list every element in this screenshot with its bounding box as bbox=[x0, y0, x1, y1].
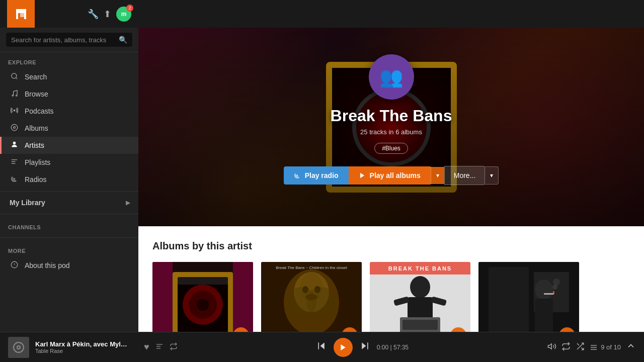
svg-marker-65 bbox=[341, 344, 345, 350]
playbar-track-title: Karl Marx à Pékin, avec Mylène Gaulard bbox=[35, 340, 131, 348]
my-library-arrow: ▶ bbox=[126, 199, 130, 206]
playlists-icon bbox=[10, 158, 19, 167]
svg-point-39 bbox=[410, 276, 430, 298]
album-thumb-2: Break The Bans ~ Children In the closet … bbox=[261, 262, 362, 332]
sidebar-item-about[interactable]: About this pod bbox=[0, 257, 138, 274]
sidebar-item-albums[interactable]: Albums bbox=[0, 120, 138, 137]
sidebar-item-playlists-label: Playlists bbox=[25, 158, 50, 166]
play-pause-button[interactable] bbox=[334, 338, 353, 357]
playbar-info: Karl Marx à Pékin, avec Mylène Gaulard T… bbox=[35, 340, 136, 354]
channels-label: Channels bbox=[0, 217, 138, 234]
sidebar-item-podcasts-label: Podcasts bbox=[25, 107, 54, 115]
play-all-dropdown-button[interactable]: ▾ bbox=[431, 167, 444, 184]
time-display: 0:00 | 57:35 bbox=[377, 344, 409, 351]
album-card-2[interactable]: Break The Bans ~ Children In the closet … bbox=[261, 262, 362, 332]
app-header-main bbox=[138, 0, 644, 28]
logo-icon bbox=[7, 0, 35, 28]
more-dropdown-button[interactable]: ▾ bbox=[485, 166, 499, 185]
playbar: Karl Marx à Pékin, avec Mylène Gaulard T… bbox=[0, 332, 644, 362]
svg-point-58 bbox=[14, 342, 24, 352]
svg-point-8 bbox=[13, 142, 16, 144]
albums-section-title: Albums by this artist bbox=[152, 240, 630, 252]
svg-rect-24 bbox=[178, 277, 228, 285]
sidebar-item-browse[interactable]: Browse bbox=[0, 85, 138, 103]
settings-button[interactable]: 🔧 bbox=[88, 9, 99, 20]
svg-line-71 bbox=[577, 343, 579, 345]
favorite-button[interactable]: ♥ bbox=[144, 342, 149, 352]
search-icon[interactable]: 🔍 bbox=[119, 36, 127, 44]
browse-icon bbox=[10, 89, 19, 99]
volume-button[interactable] bbox=[547, 342, 556, 353]
next-button[interactable] bbox=[360, 341, 370, 353]
sidebar-item-playlists[interactable]: Playlists bbox=[0, 154, 138, 171]
notification-badge: 2 bbox=[126, 5, 133, 12]
playbar-artist: Table Rase bbox=[35, 348, 136, 354]
artist-name: Break The Bans bbox=[331, 107, 452, 125]
svg-rect-53 bbox=[544, 293, 554, 295]
sidebar-item-podcasts[interactable]: Podcasts bbox=[0, 103, 138, 120]
svg-marker-63 bbox=[320, 342, 324, 349]
playbar-controls: 0:00 | 57:35 bbox=[184, 338, 542, 357]
podcasts-icon bbox=[10, 107, 19, 116]
sidebar-search-area: 🔍 bbox=[0, 28, 138, 52]
svg-point-59 bbox=[17, 346, 20, 349]
genre-tag[interactable]: #Blues bbox=[374, 143, 408, 154]
album-card-3[interactable]: BREAK THE BANS PROPAGANDA ▶ bbox=[370, 262, 470, 332]
play-all-albums-button[interactable]: Play all albums bbox=[349, 166, 431, 185]
svg-rect-44 bbox=[403, 320, 438, 330]
sidebar-my-library[interactable]: My Library ▶ bbox=[0, 195, 138, 211]
upload-button[interactable]: ⬆ bbox=[104, 9, 111, 20]
artist-avatar: 👥 bbox=[369, 54, 414, 100]
sidebar-divider-1 bbox=[0, 191, 138, 192]
play-icon bbox=[359, 172, 366, 179]
sidebar-item-search-label: Search bbox=[25, 73, 47, 81]
sidebar-item-artists-label: Artists bbox=[25, 141, 44, 149]
artist-meta: 25 tracks in 6 albums bbox=[360, 128, 422, 136]
svg-marker-68 bbox=[548, 343, 552, 349]
svg-text:Break The Bans ~ Children In t: Break The Bans ~ Children In the closet bbox=[276, 265, 347, 270]
album-card-4[interactable]: Break It Now! ▶ bbox=[478, 262, 579, 332]
svg-rect-49 bbox=[489, 267, 529, 332]
search-input[interactable] bbox=[11, 36, 115, 44]
repeat-button[interactable] bbox=[561, 342, 571, 353]
repost-button[interactable] bbox=[170, 342, 178, 352]
my-library-label: My Library bbox=[10, 199, 45, 207]
album-thumb-4: Break It Now! ▶ bbox=[478, 262, 579, 332]
album-card-1[interactable]: BREAK THE BANS ▶ bbox=[152, 262, 253, 332]
sidebar-item-browse-label: Browse bbox=[25, 90, 48, 98]
albums-section: Albums by this artist bbox=[138, 226, 644, 332]
svg-point-16 bbox=[297, 175, 297, 175]
sidebar-item-search[interactable]: Search bbox=[0, 68, 138, 85]
explore-label: Explore bbox=[0, 52, 138, 68]
albums-icon bbox=[10, 124, 19, 133]
queue-count: 9 of 10 bbox=[590, 343, 621, 351]
user-avatar-container[interactable]: m 2 bbox=[116, 7, 131, 22]
album-thumb-3: BREAK THE BANS PROPAGANDA ▶ bbox=[370, 262, 470, 332]
svg-marker-17 bbox=[360, 172, 364, 178]
sidebar-item-artists[interactable]: Artists bbox=[0, 137, 138, 154]
more-label: More bbox=[0, 241, 138, 257]
shuffle-button[interactable] bbox=[576, 342, 585, 353]
app-logo[interactable] bbox=[7, 0, 35, 28]
hero-actions: Play radio Play all albums ▾ More... ▾ bbox=[284, 166, 499, 185]
top-bar-right: 🔧 ⬆ m 2 bbox=[40, 7, 131, 22]
app-header: 🔧 ⬆ m 2 bbox=[0, 0, 644, 28]
svg-rect-54 bbox=[553, 291, 554, 294]
more-button[interactable]: More... bbox=[444, 166, 486, 185]
sidebar-item-radios[interactable]: Radios bbox=[0, 171, 138, 188]
svg-rect-52 bbox=[535, 299, 553, 332]
app-container: 🔍 Explore Search Browse Podcasts bbox=[0, 28, 644, 332]
svg-line-4 bbox=[16, 77, 17, 79]
sidebar-divider-2 bbox=[0, 214, 138, 214]
previous-button[interactable] bbox=[316, 341, 327, 353]
about-icon bbox=[10, 261, 19, 270]
queue-expand-button[interactable] bbox=[626, 341, 636, 353]
svg-point-6 bbox=[11, 124, 18, 131]
play-radio-button[interactable]: Play radio bbox=[284, 166, 349, 185]
queue-button[interactable] bbox=[155, 342, 164, 352]
sidebar-header: 🔧 ⬆ m 2 bbox=[0, 0, 138, 28]
artist-hero: 👥 Break The Bans 25 tracks in 6 albums #… bbox=[138, 28, 644, 226]
svg-rect-26 bbox=[233, 262, 253, 332]
sidebar-item-albums-label: Albums bbox=[25, 124, 48, 132]
svg-point-51 bbox=[535, 280, 553, 300]
